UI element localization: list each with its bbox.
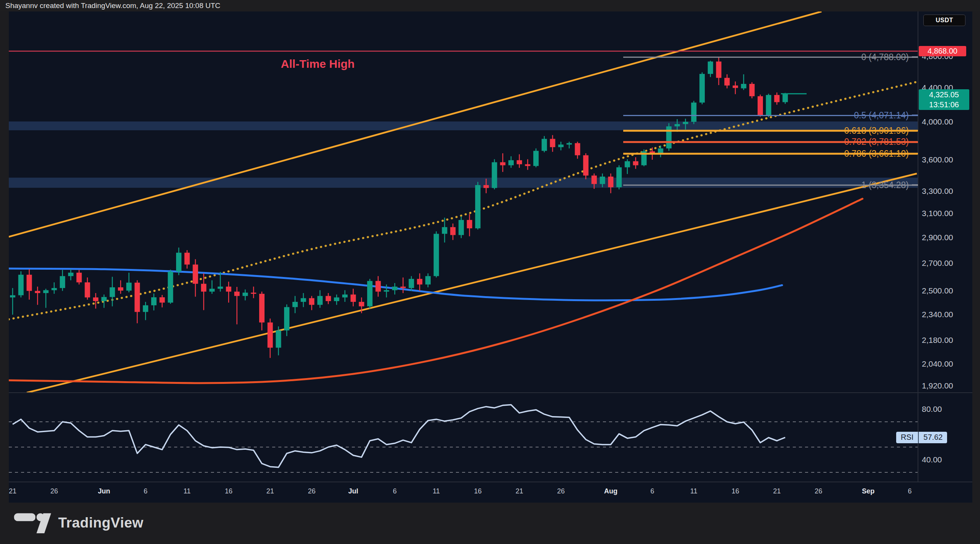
fib-label-0.618: 0.618 (3,901.96) [844, 125, 918, 136]
candle-body [85, 282, 90, 297]
time-axis-label: 26 [549, 487, 573, 495]
candle-body [160, 297, 165, 303]
fib-label-dash [912, 184, 918, 186]
candle-body [658, 148, 663, 153]
fib-label-0.786: 0.786 (3,661.10) [844, 148, 918, 159]
candle-body [185, 253, 190, 265]
candle-body [475, 185, 480, 228]
candle-body [749, 84, 755, 96]
candle-body [492, 162, 497, 188]
candle-body [301, 298, 306, 302]
fib-label-0: 0 (4,788.00) [861, 52, 918, 62]
candle-body [558, 144, 564, 147]
candle-body [309, 298, 314, 305]
price-axis-label: 3,600.00 [922, 155, 953, 164]
time-axis-label: Sep [856, 487, 880, 495]
last-price-label: 4,325.05 13:51:06 [919, 89, 969, 110]
candlestick-chart[interactable] [9, 11, 972, 503]
rsi-axis-label: 80.00 [922, 405, 942, 414]
footer-bar: TradingView [0, 503, 980, 544]
time-axis-label: 21 [507, 487, 532, 495]
last-price-value: 4,325.05 [919, 90, 969, 100]
candle-body [93, 297, 98, 301]
fib-label-0.5: 0.5 (4,071.14) [854, 110, 918, 121]
price-axis-label: 4,000.00 [922, 117, 953, 126]
candle-body [508, 160, 514, 165]
candle-body [243, 293, 248, 296]
candle-body [683, 122, 688, 124]
candle-body [18, 275, 24, 295]
candle-body [782, 94, 788, 102]
time-axis-label: 16 [466, 487, 490, 495]
time-axis-label: 6 [382, 487, 407, 495]
fib-label-dash [912, 56, 918, 58]
price-axis-label: 2,040.00 [922, 359, 953, 369]
fib-label-text: 0.786 (3,661.10) [844, 149, 909, 159]
quote-currency-label: USDT [936, 17, 953, 24]
candle-body [109, 287, 115, 297]
candle-body [708, 62, 713, 74]
candle-body [417, 279, 422, 285]
fib-label-text: 0.702 (3,781.53) [844, 137, 909, 147]
attribution-bar: Shayannv created with TradingView.com, A… [0, 0, 980, 11]
price-axis-label: 3,300.00 [922, 187, 953, 196]
candle-body [633, 161, 639, 165]
candle-body [226, 287, 231, 292]
candle-body [567, 143, 572, 145]
price-axis-label: 2,500.00 [922, 286, 953, 295]
candle-body [292, 302, 298, 307]
candle-body [400, 287, 406, 288]
candle-body [251, 293, 256, 294]
candle-body [774, 95, 779, 102]
fib-label-text: 1 (3,354.28) [861, 180, 909, 190]
fib-label-text: 0.5 (4,071.14) [854, 110, 909, 121]
candle-body [126, 283, 132, 291]
time-axis-label: 16 [723, 487, 748, 495]
tradingview-logo-icon [14, 513, 52, 533]
rsi-axis-label: 40.00 [922, 455, 942, 464]
ma-fast-blue [9, 269, 782, 300]
quote-currency-button[interactable]: USDT [923, 15, 965, 26]
time-axis-label: 6 [133, 487, 158, 495]
candle-body [209, 289, 215, 292]
fib-label-dash [912, 115, 918, 116]
time-axis-label: 11 [175, 487, 199, 495]
candle-body [101, 297, 107, 301]
candle-body [268, 323, 273, 348]
candle-body [10, 295, 15, 298]
candle-body [525, 164, 530, 166]
candle-body [60, 276, 65, 288]
chart-panel[interactable]: All-Time High 0 (4,788.00)0.5 (4,071.14)… [9, 11, 972, 503]
candle-body [35, 291, 40, 293]
candle-body [43, 290, 49, 293]
candle-body [500, 162, 505, 165]
time-axis-label: 21 [764, 487, 789, 495]
candle-body [459, 220, 464, 235]
fib-label-0.702: 0.702 (3,781.53) [844, 137, 918, 147]
time-axis-label: 11 [424, 487, 449, 495]
candle-body [758, 96, 763, 115]
candle-body [218, 287, 223, 289]
all-time-high-annotation: All-Time High [272, 57, 364, 70]
price-axis-label: 2,900.00 [922, 233, 953, 242]
candle-body [342, 295, 348, 298]
tradingview-logo[interactable]: TradingView [14, 513, 144, 533]
time-axis-label: 21 [258, 487, 283, 495]
candle-body [542, 139, 547, 151]
channel-lower [27, 174, 917, 393]
dotted-trendline [9, 82, 917, 320]
time-axis-label: 26 [42, 487, 67, 495]
price-axis-label: 1,920.00 [922, 381, 953, 390]
fib-label-text: 0.618 (3,901.96) [844, 126, 909, 136]
candle-body [52, 288, 57, 290]
supply-zone [9, 121, 918, 130]
candle-body [766, 95, 771, 115]
candle-body [143, 305, 148, 312]
candle-body [425, 276, 431, 285]
candle-body [351, 295, 356, 302]
candle-body [168, 272, 173, 303]
time-axis-label: 6 [640, 487, 665, 495]
candle-body [259, 294, 265, 323]
fib-label-dash [912, 153, 918, 154]
candle-body [334, 297, 339, 301]
